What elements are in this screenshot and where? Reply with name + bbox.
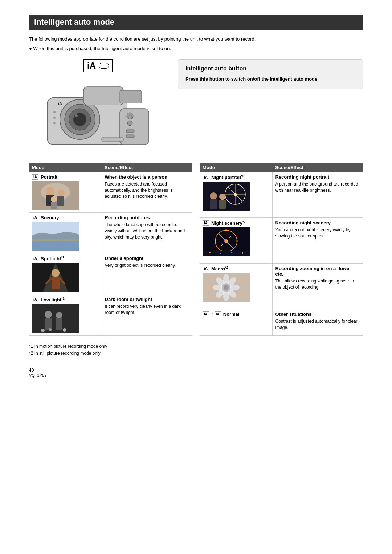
table-row: iA Scenery [29,213,192,253]
normal-effect-desc: Contrast is adjusted automatically for c… [275,318,360,331]
normal-icon-1: iA [203,311,209,317]
effect-cell-macro: Recording zooming in on a flower etc. Th… [272,263,363,309]
effect-cell-portrait: When the object is a person Faces are de… [102,172,192,213]
model-number: VQT1Y59 [29,373,46,378]
page-number: 40 [29,368,34,373]
mode-name-nightportrait: iA Night portrait*2 [203,174,269,180]
macro-effect-title: Recording zooming in on a flower etc. [275,266,360,277]
nightscenery-effect-title: Recording night scenery [275,220,360,225]
svg-rect-42 [203,182,250,211]
svg-rect-52 [219,200,226,209]
ia-button-title: Intelligent auto button [185,65,355,72]
left-table-col1: Mode [29,163,102,172]
ia-mode-icon: iA [83,59,113,72]
mode-cell-normal: iA / iA Normal [200,309,272,335]
effect-cell-nightportrait: Recording night portrait A person and th… [272,172,363,217]
svg-point-65 [209,252,211,253]
table-row: iA Night portrait*2 [200,172,363,217]
svg-rect-50 [210,199,217,209]
mode-name-lowlight: iA Low light*1 [32,297,99,302]
page-footer: 40 VQT1Y59 [29,368,363,378]
mode-cell-scenery: iA Scenery [29,213,102,253]
svg-point-13 [53,111,56,113]
svg-point-62 [215,240,216,242]
effect-cell-lowlight: Dark room or twilight It can record very… [102,294,192,335]
normal-icon-2: iA [215,311,221,317]
svg-point-37 [56,312,62,318]
svg-point-63 [236,240,238,242]
svg-point-24 [51,196,57,202]
tables-section: Mode Scene/Effect iA Portrait [29,163,363,336]
nightscenery-icon: iA [203,220,209,226]
scenery-effect-title: Recording outdoors [105,215,190,220]
svg-rect-7 [120,90,142,103]
macro-icon: iA [203,266,209,271]
svg-point-71 [223,274,229,283]
svg-point-39 [41,329,45,332]
svg-rect-11 [126,130,134,133]
svg-point-15 [53,122,56,124]
svg-rect-6 [83,87,123,105]
scenery-thumbnail [32,222,79,251]
camera-illustration: iA [36,76,160,152]
oval-icon [99,63,109,69]
intro-text: The following modes appropriate for the … [29,36,363,43]
page-title: Intelligent auto mode [29,15,363,30]
top-section: iA [29,59,363,152]
footnote-1: *1 In motion picture recording mode only [29,343,363,350]
svg-rect-8 [120,109,149,145]
svg-point-67 [231,252,232,253]
mode-name-portrait: iA Portrait [32,174,99,180]
mode-cell-portrait: iA Portrait [29,172,102,213]
nightscenery-effect-desc: You can record night scenery vividly by … [275,227,360,239]
svg-point-41 [63,328,66,332]
mode-name-scenery: iA Scenery [32,215,99,220]
ia-button-desc: Press this button to switch on/off the i… [185,76,355,83]
svg-point-9 [127,113,133,119]
right-mode-table: Mode Scene/Effect iA Night portrait*2 [200,163,363,336]
svg-point-40 [49,328,52,331]
svg-point-75 [223,292,229,301]
svg-point-30 [52,269,60,277]
table-row: iA Night scenery*2 [200,217,363,263]
scenery-effect-desc: The whole landscape will be recorded viv… [105,222,190,240]
svg-point-14 [53,117,56,119]
spotlight-icon: iA [32,256,38,261]
table-row: iA Low light*1 [29,294,192,335]
svg-rect-38 [56,318,62,330]
table-row: iA / iA Normal Other situations Contrast… [200,309,363,335]
ia-button-box: Intelligent auto button Press this butto… [178,59,363,89]
svg-point-5 [75,114,78,117]
footnotes: *1 In motion picture recording mode only… [29,343,363,357]
mode-name-normal: iA / iA Normal [203,311,269,317]
camera-area: iA [29,59,167,152]
svg-point-66 [220,253,221,254]
spotlight-effect-title: Under a spotlight [105,256,190,261]
mode-name-spotlight: iA Spotlight*1 [32,256,99,261]
nightportrait-icon: iA [203,175,209,180]
camera-svg: iA [36,76,160,152]
svg-point-35 [45,311,52,318]
lowlight-effect-desc: It can record very clearly even in a dar… [105,304,190,316]
mode-cell-nightscenery: iA Night scenery*2 [200,217,272,263]
svg-point-77 [213,285,221,290]
mode-cell-nightportrait: iA Night portrait*2 [200,172,272,217]
left-mode-table: Mode Scene/Effect iA Portrait [29,163,192,336]
svg-rect-25 [51,202,57,209]
bullet-text: When this unit is purchased, the Intelli… [29,45,363,52]
svg-point-73 [231,285,240,290]
mode-name-nightscenery: iA Night scenery*2 [203,220,269,226]
effect-cell-nightscenery: Recording night scenery You can record n… [272,217,363,263]
table-row: iA Macro*2 [200,263,363,309]
table-row: iA Spotlight*1 [29,253,192,294]
portrait-effect-title: When the object is a person [105,174,190,180]
lowlight-thumbnail [32,304,79,333]
lowlight-effect-title: Dark room or twilight [105,297,190,302]
nightportrait-effect-title: Recording night portrait [275,174,360,180]
svg-point-60 [225,229,227,231]
right-table-col1: Mode [200,163,272,172]
svg-rect-23 [57,196,64,206]
lowlight-icon: iA [32,297,38,302]
svg-point-20 [46,187,54,196]
macro-effect-desc: This allows recording while going near t… [275,278,360,290]
